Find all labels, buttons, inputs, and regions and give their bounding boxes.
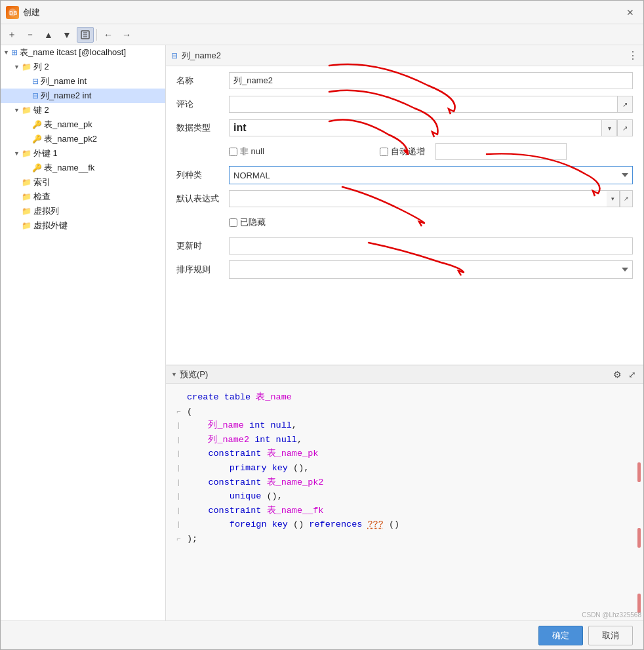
- title-bar-left: DB 创建: [6, 6, 40, 19]
- form-header-title: 列_name2: [182, 50, 221, 62]
- tree-label-check: 检查: [33, 191, 50, 203]
- comment-input[interactable]: [229, 96, 617, 113]
- up-button[interactable]: ▲: [40, 27, 57, 43]
- tree-item-col2[interactable]: ⊟ 列_name2 int: [1, 89, 165, 103]
- preview-header[interactable]: ▼ 预览(P) ⚙ ⤢: [166, 365, 643, 384]
- tree-item-fkeys-folder[interactable]: ▼ 📁 外键 1: [1, 146, 165, 161]
- datatype-arrow-btn[interactable]: ▾: [601, 119, 617, 136]
- preview-title: 预览(P): [180, 369, 208, 380]
- tree-item-table[interactable]: ▼ ⊞ 表_name itcast [@localhost]: [1, 45, 165, 60]
- tree-label-col2: 列_name2 int: [41, 90, 91, 102]
- tree-arrow-vircol: [14, 208, 22, 214]
- code-line-1: create table 表_name: [176, 390, 633, 405]
- datatype-input[interactable]: [229, 119, 601, 136]
- field-datatype-row: 数据类型 ▾ ↗: [176, 119, 633, 137]
- folder-icon-check: 📁: [22, 192, 31, 201]
- notnull-checkbox-label[interactable]: 非 null: [229, 146, 264, 157]
- code-line-8: | unique (),: [176, 489, 633, 504]
- col-icon-1: ⊟: [32, 77, 39, 86]
- hidden-text: 已隐藏: [240, 216, 266, 228]
- cancel-button[interactable]: 取消: [588, 626, 633, 645]
- add-button[interactable]: ＋: [3, 27, 20, 43]
- down-button[interactable]: ▼: [58, 27, 75, 43]
- coltype-select[interactable]: NORMAL STORED VIRTUAL: [229, 166, 633, 184]
- right-panel: ⊟ 列_name2 ⋮ 名称 评论 ↗ 数据类型: [166, 45, 643, 620]
- folder-icon-index: 📁: [22, 178, 31, 187]
- preview-arrow-icon: ▼: [171, 371, 177, 378]
- code-content-2: (: [187, 405, 633, 419]
- form-header: ⊟ 列_name2 ⋮: [166, 45, 643, 66]
- preview-expand-btn[interactable]: ⤢: [626, 368, 638, 381]
- code-line-7: | constraint 表_name_pk2: [176, 476, 633, 490]
- default-expand-btn[interactable]: ↗: [620, 190, 633, 207]
- tree-arrow-fk1: [24, 165, 32, 171]
- line-num-9: |: [176, 506, 187, 518]
- collation-select[interactable]: [229, 260, 633, 279]
- scroll-indicator-1: [637, 462, 641, 482]
- main-area: ▼ ⊞ 表_name itcast [@localhost] ▼ 📁 列 2 ⊟…: [1, 45, 643, 620]
- default-label: 默认表达式: [176, 193, 229, 205]
- code-content-9: constraint 表_name__fk: [187, 504, 633, 518]
- comment-expand-btn[interactable]: ↗: [617, 96, 633, 113]
- fkey-icon-fk1: 🔑: [32, 163, 42, 173]
- field-collation-row: 排序规则: [176, 260, 633, 279]
- tree-item-vircol-folder[interactable]: 📁 虚拟列: [1, 204, 165, 218]
- close-button[interactable]: ✕: [622, 6, 638, 19]
- datatype-expand-btn[interactable]: ↗: [617, 119, 633, 136]
- folder-icon-fkeys: 📁: [22, 149, 31, 158]
- tree-item-fk1[interactable]: 🔑 表_name__fk: [1, 161, 165, 175]
- tree-label-pk1: 表_name_pk: [44, 119, 92, 131]
- default-down-btn[interactable]: ▾: [607, 190, 620, 207]
- tree-item-index-folder[interactable]: 📁 索引: [1, 175, 165, 190]
- autoinc-text: 自动递增: [391, 146, 425, 157]
- back-button[interactable]: ←: [100, 27, 117, 43]
- preview-settings-btn[interactable]: ⚙: [611, 368, 624, 381]
- field-default-row: 默认表达式 ▾ ↗: [176, 190, 633, 208]
- tree-label-pk2: 表_name_pk2: [44, 133, 97, 145]
- tree-item-columns-folder[interactable]: ▼ 📁 列 2: [1, 60, 165, 74]
- code-content-8: unique (),: [187, 489, 633, 504]
- key-icon-pk2: 🔑: [32, 134, 42, 144]
- hidden-checkbox-label[interactable]: 已隐藏: [229, 216, 266, 228]
- tree-arrow-check: [14, 193, 22, 200]
- name-input[interactable]: [229, 72, 633, 89]
- key-icon-pk1: 🔑: [32, 120, 42, 129]
- autoinc-checkbox-label[interactable]: 自动递增: [380, 146, 425, 157]
- tree-label-vircol: 虚拟列: [33, 205, 59, 217]
- forward-button[interactable]: →: [118, 27, 135, 43]
- preview-body: create table 表_name ⌐ ( | 列_name int nul…: [166, 384, 643, 620]
- tree-label-keys: 键 2: [33, 104, 49, 116]
- tree-arrow-pk1: [24, 121, 32, 128]
- hidden-checkbox[interactable]: [229, 218, 237, 227]
- svg-text:DB: DB: [9, 10, 17, 16]
- code-line-6: | primary key (),: [176, 461, 633, 476]
- tree-item-keys-folder[interactable]: ▼ 📁 键 2: [1, 103, 165, 117]
- tree-arrow-pk2: [24, 136, 32, 142]
- tree-label-col1: 列_name int: [41, 75, 87, 87]
- hidden-checkbox-group: 已隐藏: [229, 216, 633, 228]
- tree-item-virfkey-folder[interactable]: 📁 虚拟外键: [1, 218, 165, 233]
- code-line-11: ⌐ );: [176, 532, 633, 546]
- confirm-button[interactable]: 确定: [538, 626, 583, 645]
- form-more-button[interactable]: ⋮: [628, 49, 638, 62]
- notnull-checkbox[interactable]: [229, 148, 237, 156]
- code-content-3: 列_name int null,: [187, 418, 633, 433]
- folder-icon-columns: 📁: [22, 62, 31, 71]
- toolbar: ＋ － ▲ ▼ ← →: [1, 24, 643, 45]
- main-window: DB 创建 ✕ ＋ － ▲ ▼ ← → ▼ ⊞ 表_name itcast [@…: [0, 0, 644, 650]
- default-input[interactable]: [229, 190, 607, 207]
- tree-arrow-table: ▼: [3, 49, 11, 56]
- move-button[interactable]: [77, 27, 94, 43]
- autoinc-checkbox[interactable]: [380, 148, 388, 156]
- remove-button[interactable]: －: [22, 27, 39, 43]
- tree-item-check-folder[interactable]: 📁 检查: [1, 190, 165, 204]
- tree-item-pk2[interactable]: 🔑 表_name_pk2: [1, 132, 165, 146]
- tree-item-col1[interactable]: ⊟ 列_name int: [1, 74, 165, 89]
- default-control-group: ▾ ↗: [229, 190, 633, 207]
- tree-arrow-keys: ▼: [14, 107, 22, 113]
- folder-icon-virfkey: 📁: [22, 221, 31, 230]
- update-input[interactable]: [229, 237, 633, 254]
- tree-item-pk1[interactable]: 🔑 表_name_pk: [1, 117, 165, 132]
- autoinc-value-box: [435, 143, 567, 160]
- tree-arrow-index: [14, 179, 22, 186]
